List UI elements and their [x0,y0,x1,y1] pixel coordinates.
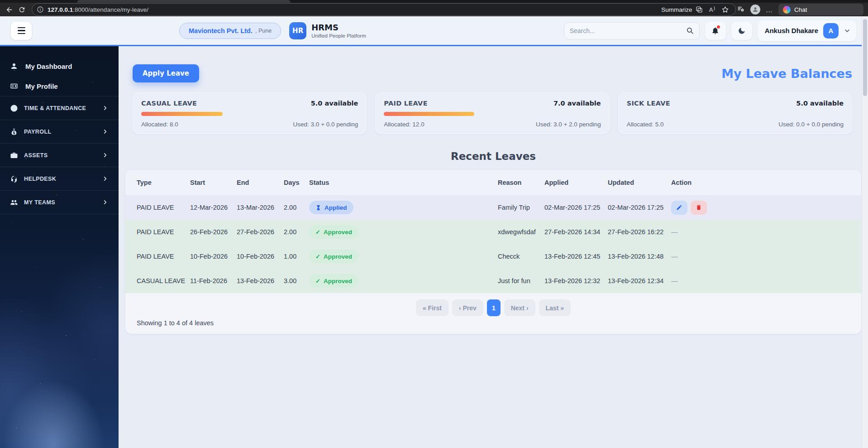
browser-profile-avatar[interactable] [750,5,760,14]
cell-applied: 13-Feb-2026 12:32 [544,277,608,284]
company-badge[interactable]: Maviontech Pvt. Ltd. , Pune [179,23,281,39]
user-menu[interactable]: Ankush Dhakare A [758,20,856,41]
sidebar-item-my-profile[interactable]: My Profile [0,76,119,96]
hourglass-icon [315,205,321,211]
sidebar-item-my-dashboard[interactable]: My Dashboard [0,56,119,76]
dark-mode-toggle[interactable] [731,22,752,40]
cell-action: — [671,228,850,236]
cell-start: 12-Mar-2026 [190,204,237,211]
app-brand: HR HRMS Unified People Platform [289,22,366,39]
cell-days: 1.00 [284,253,309,260]
favorite-star-icon[interactable] [721,6,729,14]
cell-end: 13-Mar-2026 [237,204,284,211]
browser-toolbar: 127.0.0.1:8000/attendance/my-leave/ Summ… [0,3,868,16]
status-badge-approved: Approved [309,250,358,263]
cell-end: 13-Feb-2026 [237,277,284,284]
cell-action: — [671,253,850,260]
cell-action: — [671,277,850,284]
allocated-label: Allocated: 5.0 [627,121,664,128]
leave-type-label: SICK LEAVE [627,100,670,107]
cell-reason: Just for fun [498,277,544,284]
app-tagline: Unified People Platform [311,33,366,39]
used-label: Used: 3.0 + 0.0 pending [293,121,358,128]
moon-icon [738,27,746,35]
cell-action [671,201,850,215]
copilot-chat-button[interactable]: Chat [778,4,863,15]
scrollbar-thumb[interactable] [863,19,867,96]
cell-type: PAID LEAVE [137,253,190,260]
sidebar-item-my-teams[interactable]: MY TEAMS [0,190,119,214]
search-box [564,22,700,39]
check-icon [315,229,320,236]
app-title: HRMS [311,23,366,32]
leave-type-label: PAID LEAVE [384,100,428,107]
pagination-first-button[interactable]: « First [416,299,448,316]
table-row: PAID LEAVE 12-Mar-2026 13-Mar-2026 2.00 … [125,195,861,220]
pagination: « First ‹ Prev 1 Next › Last » [125,299,861,316]
summarize-icon [696,6,703,13]
sidebar-item-time-attendance[interactable]: TIME & ATTENDANCE [0,96,119,120]
leave-balance-cards: CASUAL LEAVE 5.0 available Allocated: 8.… [133,92,852,134]
read-aloud-icon[interactable]: A [709,6,715,13]
site-info-icon[interactable] [37,6,44,13]
check-icon [315,278,320,284]
trash-icon [696,204,702,211]
hamburger-menu-button[interactable] [11,22,32,40]
cell-type: PAID LEAVE [137,228,190,236]
cell-days: 3.00 [284,277,309,284]
check-icon [315,253,320,260]
cell-updated: 02-Mar-2026 17:25 [608,204,671,211]
money-bag-icon [10,128,18,136]
sidebar-item-assets[interactable]: ASSETS [0,143,119,167]
usage-progress-bar [384,112,601,116]
table-row: PAID LEAVE 10-Feb-2026 10-Feb-2026 1.00 … [125,244,861,269]
chevron-right-icon [102,128,109,135]
collections-icon[interactable] [737,5,745,14]
cell-applied: 27-Feb-2026 14:34 [544,228,608,236]
apply-leave-button[interactable]: Apply Leave [133,64,199,82]
pagination-page-1-button[interactable]: 1 [487,299,501,316]
status-badge-applied: Applied [309,201,353,214]
app-header: Maviontech Pvt. Ltd. , Pune HR HRMS Unif… [0,16,868,46]
leave-type-label: CASUAL LEAVE [141,100,197,107]
notifications-button[interactable] [705,22,726,40]
usage-progress-bar [627,112,844,116]
available-label: 7.0 available [553,100,601,107]
sidebar-item-helpdesk[interactable]: HELPDESK [0,167,119,190]
chevron-right-icon [102,152,109,159]
chevron-down-icon [844,27,851,34]
refresh-icon[interactable] [15,4,28,15]
edit-button[interactable] [671,201,687,215]
user-name: Ankush Dhakare [765,27,818,34]
recent-leaves-table: Type Start End Days Status Reason Applie… [125,170,861,334]
pagination-next-button[interactable]: Next › [504,299,535,316]
pagination-last-button[interactable]: Last » [539,299,571,316]
back-icon[interactable] [3,4,15,15]
headset-icon [10,175,18,183]
cell-applied: 02-Mar-2026 17:25 [544,204,608,211]
cell-end: 10-Feb-2026 [237,253,284,260]
cell-updated: 27-Feb-2026 16:22 [608,228,671,236]
sidebar-item-payroll[interactable]: PAYROLL [0,120,119,143]
pencil-icon [676,204,682,211]
url-bar[interactable]: 127.0.0.1:8000/attendance/my-leave/ Summ… [32,3,736,16]
cell-applied: 13-Feb-2026 12:45 [544,253,608,260]
search-icon[interactable] [686,27,694,34]
recent-leaves-title: Recent Leaves [125,150,861,162]
table-header-row: Type Start End Days Status Reason Applie… [125,170,861,195]
cell-updated: 13-Feb-2026 12:34 [608,277,671,284]
showing-summary: Showing 1 to 4 of 4 leaves [137,319,861,334]
search-input[interactable] [570,27,686,34]
pagination-prev-button[interactable]: ‹ Prev [452,299,483,316]
cell-end: 27-Feb-2026 [237,228,284,236]
more-options-icon[interactable]: … [766,6,773,14]
available-label: 5.0 available [796,100,844,107]
cell-reason: Family Trip [498,204,544,211]
summarize-button[interactable]: Summarize [661,6,702,13]
used-label: Used: 0.0 + 0.0 pending [778,121,844,128]
briefcase-icon [10,151,18,159]
delete-button[interactable] [691,201,707,215]
usage-progress-bar [141,112,358,116]
team-icon [10,198,18,207]
cell-type: PAID LEAVE [137,204,190,211]
